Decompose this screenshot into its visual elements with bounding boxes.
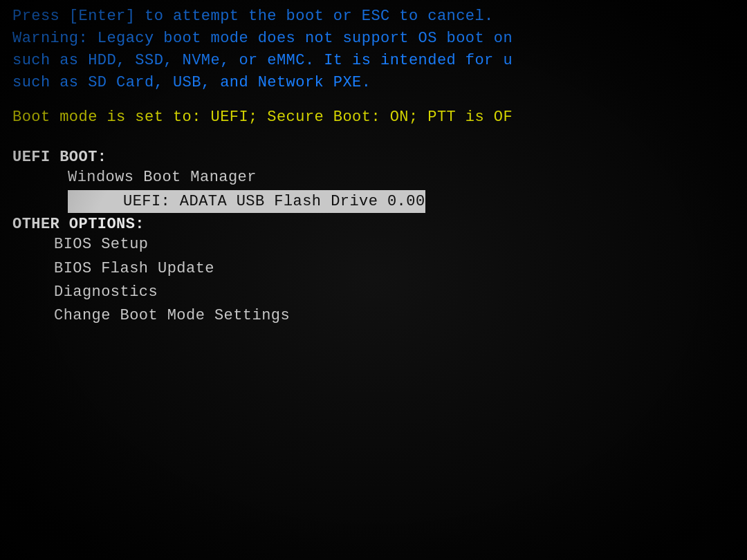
change-boot-item[interactable]: Change Boot Mode Settings	[12, 304, 735, 328]
uefi-usb-selected-item[interactable]: UEFI: ADATA USB Flash Drive 0.00	[68, 190, 425, 213]
diagnostics-item[interactable]: Diagnostics	[12, 281, 735, 304]
uefi-usb-item-wrapper[interactable]: UEFI: ADATA USB Flash Drive 0.00	[12, 190, 735, 213]
uefi-boot-label: UEFI BOOT:	[12, 149, 735, 166]
bios-screen: Press [Enter] to attempt the boot or ESC…	[0, 0, 747, 560]
warning-line2: such as HDD, SSD, NVMe, or eMMC. It is i…	[12, 50, 735, 72]
windows-boot-manager-item[interactable]: Windows Boot Manager	[12, 166, 735, 189]
warning-line3: such as SD Card, USB, and Network PXE.	[12, 72, 735, 94]
boot-mode-line: Boot mode is set to: UEFI; Secure Boot: …	[12, 106, 735, 129]
other-options-label: OTHER OPTIONS:	[12, 216, 735, 233]
bios-flash-item[interactable]: BIOS Flash Update	[12, 257, 735, 281]
bios-setup-item[interactable]: BIOS Setup	[12, 233, 735, 256]
warning-line1: Warning: Legacy boot mode does not suppo…	[12, 28, 735, 50]
press-enter-line: Press [Enter] to attempt the boot or ESC…	[12, 6, 735, 28]
